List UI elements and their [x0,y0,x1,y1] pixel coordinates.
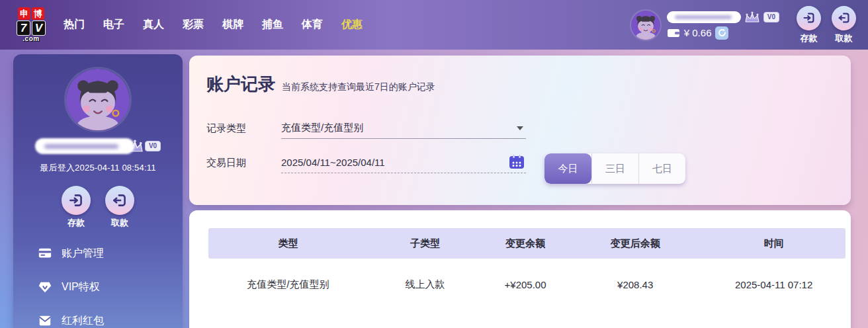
sidebar-withdraw-icon [111,192,128,209]
avatar-illustration [631,11,660,40]
wallet-icon [667,28,680,38]
withdraw-label: 取款 [836,32,853,44]
bank-card-icon [38,246,52,261]
sidebar-item-bonus-red-packet[interactable]: 红利红包 [38,313,183,328]
gem-icon [38,280,52,294]
username-redacted [667,11,741,23]
sidebar-username-redacted [35,138,134,154]
sidebar-withdraw-label: 取款 [111,217,128,229]
refresh-icon [717,28,727,38]
user-info: V0 ¥ 0.66 [667,11,779,40]
trade-date-row: 交易日期 2025/04/11~2025/04/11 [206,153,851,173]
nav-item-promotions[interactable]: 优惠 [341,18,363,32]
nav-item-lottery[interactable]: 彩票 [183,18,204,32]
sidebar-deposit-button[interactable]: 存款 [62,186,91,229]
sidebar-vip-badge: V0 [145,141,161,151]
sidebar-item-label: 红利红包 [62,314,104,328]
trade-date-label: 交易日期 [206,157,281,169]
range-button-seven-days[interactable]: 七日 [638,153,685,184]
trade-date-value: 2025/04/11~2025/04/11 [281,157,385,168]
vip-level-badge: V0 [763,12,779,22]
top-navigation-bar: 申 博 7 V .com 热门 电子 真人 彩票 棋牌 捕鱼 体育 优惠 V0 [0,0,868,50]
sidebar-avatar[interactable] [66,69,130,130]
record-type-label: 记录类型 [206,122,281,135]
account-sidebar: V0 最后登入2025-04-11 08:54:11 存款 取款 账户管理 [13,54,183,328]
topbar-withdraw-button[interactable]: 取款 [832,6,856,44]
last-login-text: 最后登入2025-04-11 08:54:11 [40,162,155,174]
sidebar-item-label: 账户管理 [62,247,104,261]
sidebar-withdraw-button[interactable]: 取款 [105,186,134,229]
sidebar-deposit-icon [67,192,85,209]
cell-type: 充值类型/充值型别 [208,278,368,291]
sidebar-item-account-management[interactable]: 账户管理 [38,246,183,261]
user-avatar[interactable] [631,11,660,40]
page-subtitle: 当前系统支持查询最近7日的账户记录 [282,81,435,93]
username-row: V0 [667,11,779,24]
range-button-three-days[interactable]: 三日 [591,153,638,184]
cell-change-amount: +¥205.00 [482,279,568,290]
sidebar-avatar-illustration [66,69,130,130]
records-title-row: 账户记录 当前系统支持查询最近7日的账户记录 [206,73,851,96]
brand-letter-v: V [32,20,46,36]
brand-char-bo: 博 [32,7,44,20]
refresh-balance-button[interactable] [715,26,728,40]
sidebar-item-label: VIP特权 [62,280,100,294]
balance-amount: ¥ 0.66 [684,27,712,38]
brand-logo[interactable]: 申 博 7 V .com [12,7,50,42]
topbar-deposit-button[interactable]: 存款 [797,6,821,44]
sidebar-username-blur [44,144,118,149]
cell-after-balance: ¥208.43 [568,279,702,290]
table-header-row: 类型 子类型 变更余额 变更后余额 时间 [208,228,846,259]
nav-item-sports[interactable]: 体育 [302,18,323,32]
cell-time: 2025-04-11 07:12 [702,279,846,290]
brand-logo-top: 申 博 [18,7,44,20]
main-nav: 热门 电子 真人 彩票 棋牌 捕鱼 体育 优惠 [64,18,363,32]
cell-subtype: 线上入款 [368,278,482,291]
nav-item-slots[interactable]: 电子 [103,18,124,32]
sidebar-deposit-circle [62,186,91,215]
records-table-panel: 类型 子类型 变更余额 变更后余额 时间 充值类型/充值型别 线上入款 +¥20… [189,210,851,328]
deposit-circle [797,6,821,30]
brand-logo-mid: 7 V [17,20,46,36]
brand-letter-7: 7 [17,20,30,36]
table-row: 充值类型/充值型别 线上入款 +¥205.00 ¥208.43 2025-04-… [208,278,846,291]
deposit-label: 存款 [801,32,818,44]
trade-date-picker[interactable]: 2025/04/11~2025/04/11 [281,153,526,173]
username-blur [675,15,732,19]
sidebar-quick-actions: 存款 取款 [62,186,134,229]
topbar-quick-actions: 存款 取款 [797,6,856,44]
withdraw-icon [837,11,851,25]
sidebar-username-row: V0 [35,138,161,154]
vip-crown-icon [744,11,761,24]
record-type-select[interactable]: 充值类型/充值型别 [281,118,526,139]
user-cluster: V0 ¥ 0.66 [631,11,779,40]
sidebar-withdraw-circle [105,186,134,215]
sidebar-menu: 账户管理 VIP特权 红利红包 [13,229,183,328]
column-header-after-balance: 变更后余额 [568,237,702,250]
column-header-time: 时间 [702,237,846,250]
nav-item-chess[interactable]: 棋牌 [222,18,243,32]
chevron-down-icon [517,126,523,130]
withdraw-circle [832,6,856,30]
column-header-subtype: 子类型 [368,237,482,250]
balance-row: ¥ 0.66 [667,26,779,40]
sidebar-item-vip-privileges[interactable]: VIP特权 [38,280,183,294]
brand-com-label: .com [22,35,39,42]
record-type-value: 充值类型/充值型别 [281,122,363,134]
range-button-today[interactable]: 今日 [544,153,591,184]
brand-char-shen: 申 [18,7,30,20]
deposit-icon [802,11,816,25]
account-records-panel: 账户记录 当前系统支持查询最近7日的账户记录 记录类型 充值类型/充值型别 交易… [189,56,851,205]
nav-item-live[interactable]: 真人 [143,18,164,32]
red-packet-icon [38,313,52,328]
nav-item-fishing[interactable]: 捕鱼 [262,18,283,32]
column-header-change: 变更余额 [482,237,568,250]
sidebar-deposit-label: 存款 [67,217,85,229]
page-title: 账户记录 [206,73,275,96]
record-type-row: 记录类型 充值类型/充值型别 [206,118,851,138]
date-range-button-group: 今日 三日 七日 [544,153,685,184]
nav-item-hot[interactable]: 热门 [64,18,85,32]
calendar-icon [509,155,525,169]
column-header-type: 类型 [208,237,368,250]
